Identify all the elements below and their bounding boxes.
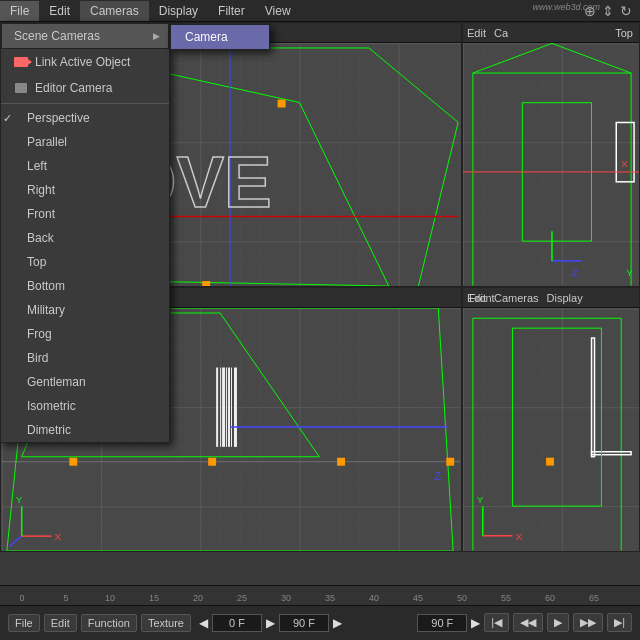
tick-30: 30 [264, 593, 308, 603]
menu-front[interactable]: Front [1, 202, 169, 226]
vp-tr-cameras[interactable]: Ca [494, 27, 508, 39]
cameras-dropdown: Scene Cameras Camera Link Active Object … [0, 22, 170, 443]
tl-prev-btn[interactable]: ◀◀ [513, 613, 543, 632]
menu-view[interactable]: View [255, 1, 301, 21]
tl-play-btn[interactable]: ▶ [547, 613, 569, 632]
end-frame-field-1[interactable]: 90 F [279, 614, 329, 632]
top-right-icons: ⊕ ⇕ ↻ www.web3d.com [584, 3, 640, 19]
menu-military[interactable]: Military [1, 298, 169, 322]
menu-display[interactable]: Display [149, 1, 208, 21]
back-label: Back [13, 231, 54, 245]
svg-rect-13 [202, 281, 210, 286]
tl-file-btn[interactable]: File [8, 614, 40, 632]
menu-frog[interactable]: Frog [1, 322, 169, 346]
vp-tr-edit[interactable]: Edit [467, 27, 486, 39]
svg-text:Y: Y [626, 267, 633, 278]
vp-tr-label: Top [615, 27, 633, 39]
viewport-top[interactable]: Edit Ca Top [462, 22, 640, 287]
menu-back[interactable]: Back [1, 226, 169, 250]
vp-br-label: Front [469, 292, 495, 304]
svg-rect-59 [226, 368, 227, 447]
svg-rect-77 [463, 308, 639, 550]
menu-dimetric[interactable]: Dimetric [1, 418, 169, 442]
arrows-icon: ⇕ [602, 3, 614, 19]
front-label: Front [13, 207, 55, 221]
svg-rect-87 [546, 458, 554, 466]
menu-file[interactable]: File [0, 1, 39, 21]
menu-filter[interactable]: Filter [208, 1, 255, 21]
tick-25: 25 [220, 593, 264, 603]
menu-perspective[interactable]: Perspective [1, 106, 169, 130]
svg-rect-67 [446, 458, 454, 466]
submenu-camera[interactable]: Camera [171, 25, 269, 49]
menu-sep-1 [1, 103, 169, 104]
tick-10: 10 [88, 593, 132, 603]
top-label: Top [13, 255, 46, 269]
vp-br-display[interactable]: Display [547, 292, 583, 304]
scene-cameras-submenu: Camera [170, 24, 270, 50]
menu-link-active-object[interactable]: Link Active Object [1, 49, 169, 75]
svg-rect-61 [231, 368, 232, 447]
cameras-menu: Scene Cameras Camera Link Active Object … [0, 22, 170, 443]
scene-cameras-label: Scene Cameras [14, 29, 100, 43]
frame-arrow-right[interactable]: ▶ [266, 616, 275, 630]
rotate-icon: ↻ [620, 3, 632, 19]
svg-rect-57 [220, 368, 221, 447]
svg-rect-66 [337, 458, 345, 466]
tick-20: 20 [176, 593, 220, 603]
menu-editor-camera[interactable]: Editor Camera [1, 75, 169, 101]
menu-bird[interactable]: Bird [1, 346, 169, 370]
tick-40: 40 [352, 593, 396, 603]
svg-rect-14 [278, 100, 286, 108]
svg-text:Y: Y [16, 494, 23, 505]
menu-left[interactable]: Left [1, 154, 169, 178]
menu-cameras[interactable]: Cameras [80, 1, 149, 21]
tick-50: 50 [440, 593, 484, 603]
svg-rect-65 [208, 458, 216, 466]
parallel-label: Parallel [13, 135, 67, 149]
svg-text:X: X [621, 158, 628, 169]
end-frame-arrow-1[interactable]: ▶ [333, 616, 342, 630]
tl-edit-btn[interactable]: Edit [44, 614, 77, 632]
tick-15: 15 [132, 593, 176, 603]
menu-parallel[interactable]: Parallel [1, 130, 169, 154]
bird-label: Bird [13, 351, 48, 365]
menu-bottom[interactable]: Bottom [1, 274, 169, 298]
vp-br-cameras[interactable]: Cameras [494, 292, 539, 304]
menu-edit[interactable]: Edit [39, 1, 80, 21]
tl-start-btn[interactable]: |◀ [484, 613, 509, 632]
viewport-front[interactable]: Edit Cameras Display Front [462, 287, 640, 552]
camera-red-icon [13, 54, 29, 70]
scene-cameras-container: Scene Cameras Camera [1, 23, 169, 49]
frame-arrow-left[interactable]: ◀ [199, 616, 208, 630]
tl-texture-btn[interactable]: Texture [141, 614, 191, 632]
scene-cameras-item[interactable]: Scene Cameras [2, 24, 168, 48]
watermark: www.web3d.com [532, 2, 600, 12]
tick-0: 0 [0, 593, 44, 603]
isometric-label: Isometric [13, 399, 76, 413]
playback-controls: 90 F ▶ |◀ ◀◀ ▶ ▶▶ ▶| [417, 613, 632, 632]
tl-next-btn[interactable]: ▶▶ [573, 613, 603, 632]
menu-right[interactable]: Right [1, 178, 169, 202]
svg-rect-56 [216, 368, 218, 447]
end-frame-field-2[interactable]: 90 F [417, 614, 467, 632]
editor-camera-label: Editor Camera [35, 81, 112, 95]
perspective-label: Perspective [13, 111, 90, 125]
right-label: Right [13, 183, 55, 197]
top-menubar: File Edit Cameras Display Filter View ⊕ … [0, 0, 640, 22]
menu-gentleman[interactable]: Gentleman [1, 370, 169, 394]
vp-br-grid: X Y [463, 308, 639, 551]
end-frame-arrow-2[interactable]: ▶ [471, 616, 480, 630]
tl-function-btn[interactable]: Function [81, 614, 137, 632]
tick-55: 55 [484, 593, 528, 603]
svg-text:Z: Z [434, 470, 441, 482]
menu-top[interactable]: Top [1, 250, 169, 274]
tick-60: 60 [528, 593, 572, 603]
tl-end-btn[interactable]: ▶| [607, 613, 632, 632]
tick-5: 5 [44, 593, 88, 603]
frame-field[interactable]: 0 F [212, 614, 262, 632]
bottom-label: Bottom [13, 279, 65, 293]
svg-rect-62 [234, 368, 237, 447]
frog-label: Frog [13, 327, 52, 341]
menu-isometric[interactable]: Isometric [1, 394, 169, 418]
